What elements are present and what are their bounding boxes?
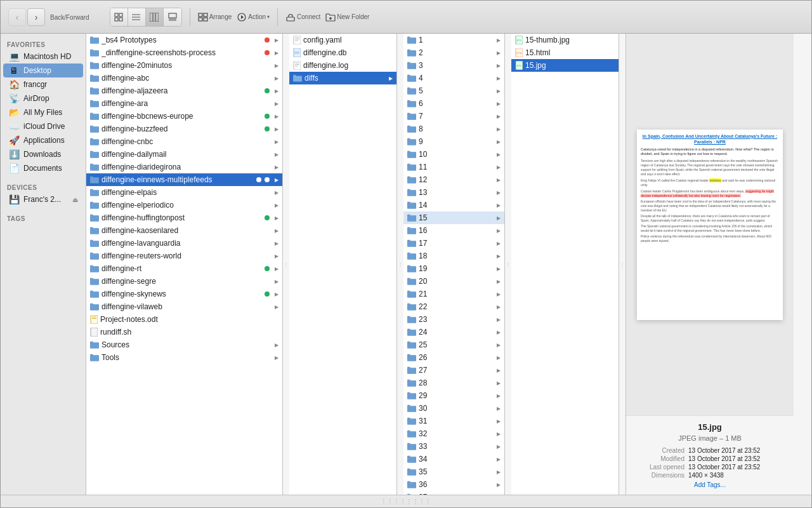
col3-item-5[interactable]: 5▶ — [403, 84, 504, 97]
col1-item-diffengine-bbcnews-europe[interactable]: diffengine-bbcnews-europe▶ — [86, 110, 282, 123]
col3-item-25[interactable]: 25▶ — [403, 338, 504, 351]
col1-item-diffengine-reuters-world[interactable]: diffengine-reuters-world▶ — [86, 250, 282, 262]
col2-item-diffengine-log[interactable]: diffengine.log — [289, 59, 396, 72]
add-tags-link[interactable]: Add Tags... — [634, 481, 786, 488]
col4-item-15-html[interactable]: HTM15.html — [511, 46, 619, 59]
col3-item-28[interactable]: 28▶ — [403, 377, 504, 389]
col3-item-20[interactable]: 20▶ — [403, 275, 504, 288]
col1-item-diffengine-kaosenlared[interactable]: diffengine-kaosenlared▶ — [86, 224, 282, 237]
col3-item-31[interactable]: 31▶ — [403, 415, 504, 427]
col3-item-24[interactable]: 24▶ — [403, 326, 504, 338]
sidebar-item-documents[interactable]: 📄 Documents — [3, 161, 83, 175]
col1-item-diffengine-elperiodico[interactable]: diffengine-elperiodico▶ — [86, 199, 282, 211]
col3-item-21[interactable]: 21▶ — [403, 288, 504, 300]
col3-item-16[interactable]: 16▶ — [403, 224, 504, 237]
col3-item-29[interactable]: 29▶ — [403, 389, 504, 402]
sidebar-item-applications[interactable]: 🚀 Applications — [3, 133, 83, 147]
sidebar-item-macintosh-hd[interactable]: 💻 Macintosh HD — [3, 50, 83, 64]
col2-item-diffengine-db[interactable]: DBdiffengine.db — [289, 46, 396, 59]
sidebar-item-francs-2[interactable]: 💾 Franc's 2... ⏏ — [3, 192, 83, 206]
status-dots — [265, 114, 272, 119]
sidebar-item-downloads[interactable]: ⬇️ Downloads — [3, 147, 83, 161]
col3-item-12[interactable]: 12▶ — [403, 173, 504, 186]
col3-item-3[interactable]: 3▶ — [403, 59, 504, 72]
col3-item-11[interactable]: 11▶ — [403, 161, 504, 173]
col3-item-13[interactable]: 13▶ — [403, 186, 504, 199]
col1-item-diffengine-dailymail[interactable]: diffengine-dailymail▶ — [86, 148, 282, 161]
list-view-btn[interactable] — [128, 8, 146, 26]
col1-item-diffengine-buzzfeed[interactable]: diffengine-buzzfeed▶ — [86, 123, 282, 135]
col1-item-sources[interactable]: Sources▶ — [86, 338, 282, 351]
col3-item-10[interactable]: 10▶ — [403, 148, 504, 161]
col1-item-tools[interactable]: Tools▶ — [86, 351, 282, 364]
col3-item-17[interactable]: 17▶ — [403, 237, 504, 250]
col3-item-7[interactable]: 7▶ — [403, 110, 504, 123]
connect-btn[interactable]: Connect — [285, 12, 320, 22]
action-btn[interactable]: Action ▾ — [237, 12, 270, 22]
col4-item-15-thumb[interactable]: JPG15-thumb.jpg — [511, 34, 619, 46]
item-label: diffengine-skynews — [102, 290, 265, 298]
col3-item-15[interactable]: 15▶ — [403, 211, 504, 224]
arrange-btn[interactable]: Arrange — [198, 12, 232, 22]
sidebar-item-all-my-files[interactable]: 📂 All My Files — [3, 105, 83, 119]
col3-item-32[interactable]: 32▶ — [403, 427, 504, 440]
arrow-icon: ▶ — [275, 152, 278, 157]
col3-item-8[interactable]: 8▶ — [403, 123, 504, 135]
back-button[interactable]: ‹ — [8, 8, 26, 26]
col3-item-14[interactable]: 14▶ — [403, 199, 504, 211]
col3-item-23[interactable]: 23▶ — [403, 313, 504, 326]
resize-handle-3[interactable]: ⋮ — [505, 34, 511, 495]
resize-handle-2[interactable]: ⋮ — [397, 34, 403, 495]
forward-button[interactable]: › — [27, 8, 45, 26]
col1-item-diffengine-aljazeera[interactable]: diffengine-aljazeera▶ — [86, 84, 282, 97]
column-view-btn[interactable] — [146, 8, 164, 26]
col1-item-diffengine-huffingtonpost[interactable]: diffengine-huffingtonpost▶ — [86, 211, 282, 224]
col1-item-diffengine-diaridegirona[interactable]: diffengine-diaridegirona▶ — [86, 161, 282, 173]
item-label: diffengine.db — [303, 48, 393, 57]
col1-item-diffengine-elpais[interactable]: diffengine-elpais▶ — [86, 186, 282, 199]
sidebar-item-francgr[interactable]: 🏠 francgr — [3, 77, 83, 91]
col3-item-26[interactable]: 26▶ — [403, 351, 504, 364]
col3-item-36[interactable]: 36▶ — [403, 478, 504, 491]
col4-item-15-jpg[interactable]: JPG15.jpg — [511, 59, 619, 72]
cover-flow-btn[interactable] — [164, 8, 181, 26]
col3-item-19[interactable]: 19▶ — [403, 262, 504, 275]
col3-item-9[interactable]: 9▶ — [403, 135, 504, 148]
col1-item-dinffengine-screenshots[interactable]: _dinffengine-screenshots-process▶ — [86, 46, 282, 59]
resize-handle-4[interactable]: ⋮ — [619, 34, 625, 495]
col1-item-diffengine-segre[interactable]: diffengine-segre▶ — [86, 275, 282, 288]
col3-item-2[interactable]: 2▶ — [403, 46, 504, 59]
col1-item-diffengine-rt[interactable]: diffengine-rt▶ — [86, 262, 282, 275]
col1-item-diffengine-ara[interactable]: diffengine-ara▶ — [86, 97, 282, 110]
icon-view-btn[interactable] — [110, 8, 128, 26]
col2-item-diffs[interactable]: diffs▶ — [289, 72, 396, 84]
col1-item-diffengine-abc[interactable]: diffengine-abc▶ — [86, 72, 282, 84]
col3-item-1[interactable]: 1▶ — [403, 34, 504, 46]
col1-item-diffengine-skynews[interactable]: diffengine-skynews▶ — [86, 288, 282, 300]
col3-item-34[interactable]: 34▶ — [403, 453, 504, 465]
col1-item-diffengine-vilaweb[interactable]: diffengine-vilaweb▶ — [86, 300, 282, 313]
col3-item-6[interactable]: 6▶ — [403, 97, 504, 110]
col3-item-30[interactable]: 30▶ — [403, 402, 504, 415]
resize-handle-1[interactable]: ⋮ — [283, 34, 289, 495]
col1-item-project-notes[interactable]: Project-notes.odt — [86, 313, 282, 326]
col1-item-bs4-prototypes[interactable]: _bs4 Prototypes▶ — [86, 34, 282, 46]
sidebar-item-desktop[interactable]: 🖥 Desktop — [3, 64, 83, 77]
col1-item-diffengine-cnbc[interactable]: diffengine-cnbc▶ — [86, 135, 282, 148]
col1-item-diffengine-einnews-multiplefeeds[interactable]: diffengine-einnews-multiplefeeds▶ — [86, 173, 282, 186]
col1-item-diffengine-lavanguardia[interactable]: diffengine-lavanguardia▶ — [86, 237, 282, 250]
col3-item-35[interactable]: 35▶ — [403, 465, 504, 478]
col3-item-18[interactable]: 18▶ — [403, 250, 504, 262]
col1-item-diffengine-20minutos[interactable]: diffengine-20minutos▶ — [86, 59, 282, 72]
col3-item-33[interactable]: 33▶ — [403, 440, 504, 453]
col3-item-4[interactable]: 4▶ — [403, 72, 504, 84]
col3-item-27[interactable]: 27▶ — [403, 364, 504, 377]
sidebar-item-icloud-drive[interactable]: ☁️ iCloud Drive — [3, 119, 83, 133]
col1-item-rundiff[interactable]: rundiff.sh — [86, 326, 282, 338]
sidebar-item-airdrop[interactable]: 📡 AirDrop — [3, 91, 83, 105]
col3-item-22[interactable]: 22▶ — [403, 300, 504, 313]
arrow-icon: ▶ — [497, 241, 501, 246]
eject-icon[interactable]: ⏏ — [72, 196, 78, 203]
new-folder-btn[interactable]: New Folder — [325, 12, 369, 22]
col2-item-config-yaml[interactable]: config.yaml — [289, 34, 396, 46]
